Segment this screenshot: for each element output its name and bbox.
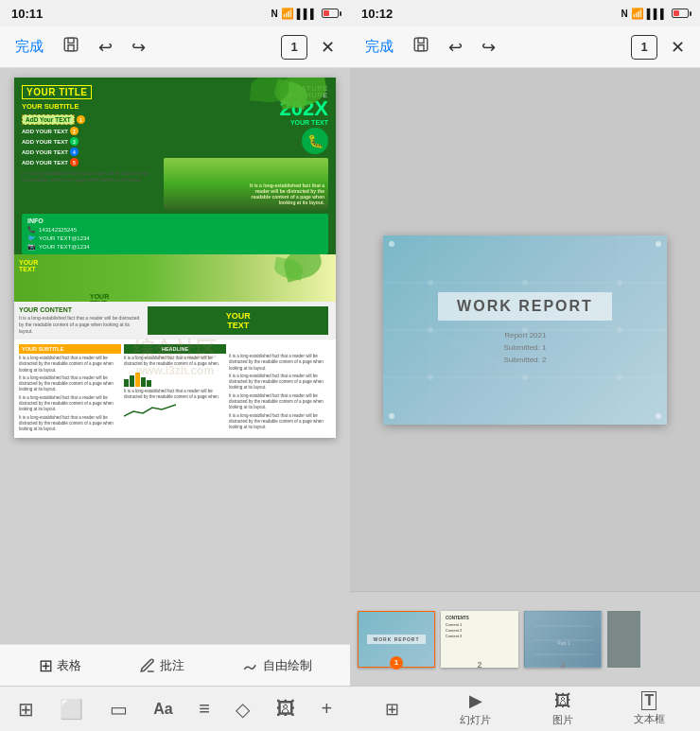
image-icon: 🖼: [276, 698, 295, 720]
insect-icon: 🐛: [302, 128, 328, 154]
slide-dot-bl: [389, 413, 394, 419]
right-signal-bars: ▌▌▌: [647, 9, 667, 19]
slideshow-icon: ▶: [469, 690, 482, 711]
bar-5: [147, 380, 151, 387]
save-button[interactable]: [57, 32, 85, 61]
col1-lorem4: It is a long-established fact that a rea…: [19, 415, 121, 433]
thumb-2[interactable]: CONTENTS Content 1 Content 2 Content 3 2: [441, 611, 518, 668]
list-item-4: ADD YOUR TEXT 4: [22, 148, 150, 156]
sub-sub2: Submitted: 2: [504, 355, 547, 367]
svg-rect-4: [418, 38, 424, 43]
thumb1-title: WORK REPORT: [367, 635, 425, 644]
work-report-title: WORK REPORT: [457, 298, 593, 315]
right-close-button[interactable]: ✕: [665, 33, 691, 61]
list-num-3: 3: [70, 137, 79, 146]
diamond-icon: ◇: [236, 698, 250, 721]
left-bottom-nav: ⊞ ⬜ ▭ Aa ≡ ◇ 🖼 +: [0, 686, 350, 731]
battery-icon: [322, 9, 339, 18]
list-num-1: 1: [77, 115, 85, 124]
bottom-col-2: HEADLINE It is a long-established fact t…: [124, 344, 226, 433]
your-text-top: YOUR TEXT: [164, 119, 328, 126]
left-bottom-toolbar: ⊞ 表格 批注 自由绘制: [0, 644, 350, 686]
bar-chart-1: [124, 370, 226, 387]
list-num-4: 4: [70, 148, 79, 156]
right-nav-image[interactable]: 🖼 图片: [552, 691, 573, 727]
info-box: INFO 📞 143142325245 🐦 YOUR TEXT@1234 📷 Y…: [22, 214, 328, 254]
align-icon: ≡: [199, 698, 210, 720]
col3-lorem1: It is a long-established fact that a rea…: [229, 354, 331, 372]
thumb-3[interactable]: Part 1 3: [524, 611, 602, 668]
slideshow-label: 幻灯片: [460, 713, 491, 727]
annotate-icon: [139, 657, 156, 674]
nav-diamond[interactable]: ◇: [236, 698, 250, 721]
info-label: INFO: [27, 218, 323, 224]
draw-icon: [242, 657, 259, 674]
nav-image[interactable]: 🖼: [276, 698, 295, 720]
work-report-sub: Report 2021 Submitted: 1 Submitted: 2: [495, 330, 556, 366]
left-status-icons: N 📶 ▌▌▌: [271, 8, 340, 20]
list-item-5: ADD YOUR TEXT 5: [22, 158, 150, 166]
right-nav-slideshow[interactable]: ▶ 幻灯片: [460, 690, 491, 727]
table-label: 表格: [57, 657, 81, 674]
right-save-button[interactable]: [407, 32, 435, 61]
right-nav-grid[interactable]: ⊞: [385, 699, 399, 720]
list-item-1: AdD Your TEXT 1: [22, 114, 150, 125]
right-nav-textbox[interactable]: T 文本框: [634, 691, 665, 726]
col1-lorem2: It is a long-established fact that a rea…: [19, 375, 121, 393]
your-content: YOUR CONTENT: [19, 306, 144, 313]
right-undo-button[interactable]: ↩: [443, 33, 468, 61]
col1-lorem1: It is a long-established fact that a rea…: [19, 356, 121, 374]
bar-2: [130, 375, 134, 387]
col1-lorem3: It is a long-established fact that a rea…: [19, 395, 121, 413]
col2-headline: HEADLINE: [124, 344, 226, 354]
close-button[interactable]: ✕: [315, 33, 341, 61]
list-num-2: 2: [70, 127, 79, 135]
list-num-5: 5: [70, 158, 79, 166]
svg-rect-5: [418, 45, 424, 51]
phone-row: 📞 143142325245: [27, 226, 323, 234]
thumb-4[interactable]: [607, 611, 640, 668]
slide-dot-tl: [389, 241, 394, 247]
redo-button[interactable]: ↪: [126, 33, 151, 61]
nav-rect[interactable]: ▭: [110, 698, 128, 721]
thumb1-num: 1: [390, 656, 403, 670]
image-label: 图片: [552, 713, 573, 727]
annotate-tool[interactable]: 批注: [139, 657, 184, 674]
nav-add[interactable]: +: [321, 698, 332, 720]
brochure-subtitle: YOUR SUBTITLE: [22, 102, 150, 111]
textbox-icon: T: [641, 691, 656, 710]
left-panel: 10:11 N 📶 ▌▌▌ 完成 ↩ ↪ 1 ✕ 综合社区 www.i3zh.c…: [0, 0, 350, 731]
draw-label: 自由绘制: [263, 657, 312, 674]
mid-col-left: YOUR CONTENT It is a long-established fa…: [19, 306, 144, 335]
done-button[interactable]: 完成: [9, 34, 49, 60]
col3-lorem4: It is a long-established fact that a rea…: [229, 413, 331, 431]
nature-image: It is a long-established fact that aread…: [164, 158, 328, 210]
brochure-document: YOUR TITLE YOUR SUBTITLE AdD Your TEXT 1…: [14, 78, 336, 438]
table-tool[interactable]: ⊞ 表格: [39, 655, 81, 676]
right-battery-icon: [672, 9, 689, 18]
undo-button[interactable]: ↩: [93, 33, 118, 61]
bar-4: [141, 377, 146, 387]
right-redo-button[interactable]: ↪: [476, 33, 501, 61]
your-text-img: YOURTEXT: [19, 259, 38, 272]
image-strip: YOURTEXT YOURTEXT: [14, 254, 336, 302]
thumb-slide-3: Part 1: [524, 611, 602, 668]
slide-dot-br: [656, 413, 661, 419]
brochure-bottom: YOUR SUBTITLE It is a long-established f…: [14, 339, 336, 438]
brochure-title: YOUR TITLE: [22, 85, 92, 99]
nav-square[interactable]: ⬜: [60, 698, 83, 721]
nav-text[interactable]: Aa: [153, 701, 172, 718]
thumb-slide-2: CONTENTS Content 1 Content 2 Content 3: [441, 611, 518, 668]
text-icon: Aa: [153, 701, 172, 718]
nav-align[interactable]: ≡: [199, 698, 210, 720]
mid-col-right: YOURTEXT: [148, 306, 328, 335]
bar-3: [135, 373, 140, 387]
right-toolbar: 完成 ↩ ↪ 1 ✕: [350, 26, 700, 68]
draw-tool[interactable]: 自由绘制: [242, 657, 312, 674]
right-done-button[interactable]: 完成: [359, 34, 399, 60]
nav-grid[interactable]: ⊞: [18, 698, 34, 721]
right-wifi-icon: 📶: [631, 8, 644, 20]
signal-bars-icon: ▌▌▌: [297, 9, 317, 19]
thumb-1[interactable]: WORK REPORT 1: [358, 611, 435, 668]
col3-lorem2: It is a long-established fact that a rea…: [229, 374, 331, 392]
